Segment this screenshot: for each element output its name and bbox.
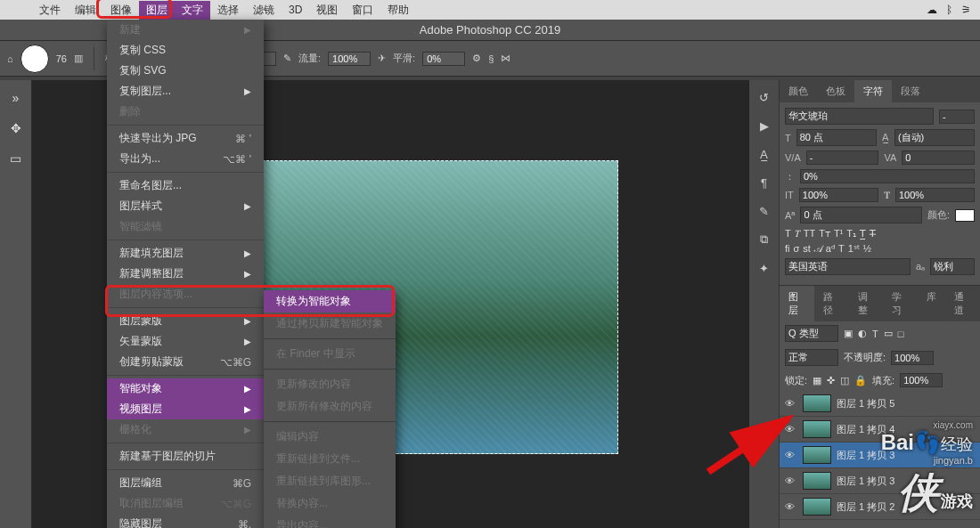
butterfly-icon[interactable]: ⋈: [501, 53, 510, 64]
menu-layer[interactable]: 图层: [139, 1, 175, 20]
menuitem-视频图层[interactable]: 视频图层▶: [107, 399, 264, 419]
lock-position-icon[interactable]: ✜: [827, 375, 835, 386]
menuitem-复制图层...[interactable]: 复制图层...▶: [107, 81, 264, 102]
visibility-icon[interactable]: 👁: [785, 501, 797, 512]
menu-filter[interactable]: 滤镜: [246, 1, 282, 20]
clone-panel-icon[interactable]: ⧉: [755, 230, 774, 249]
lock-all-icon[interactable]: 🔒: [854, 375, 867, 386]
menuitem-重命名图层...[interactable]: 重命名图层...: [107, 175, 264, 196]
blend-mode-layers[interactable]: 正常: [785, 349, 838, 366]
font-style-select[interactable]: -: [939, 110, 975, 124]
para-panel-icon[interactable]: ¶: [755, 173, 774, 192]
menuitem-隐藏图层[interactable]: 隐藏图层⌘,: [107, 514, 264, 528]
airbrush-icon[interactable]: ✈: [378, 53, 386, 64]
tab-character[interactable]: 字符: [854, 80, 892, 102]
smooth-select[interactable]: 0%: [422, 52, 465, 66]
history-icon[interactable]: ↺: [755, 87, 774, 107]
menuitem-智能对象[interactable]: 智能对象▶: [107, 378, 264, 399]
submenuitem-转换为智能对象[interactable]: 转换为智能对象: [264, 290, 396, 313]
menu-view[interactable]: 视图: [309, 1, 345, 20]
menuitem-新建填充图层[interactable]: 新建填充图层▶: [107, 243, 264, 264]
settings-icon[interactable]: ✦: [755, 258, 774, 278]
baseline-input[interactable]: 0 点: [800, 207, 922, 223]
menuitem-复制 SVG[interactable]: 复制 SVG: [107, 61, 264, 81]
menuitem-图层样式[interactable]: 图层样式▶: [107, 196, 264, 216]
menu-image[interactable]: 图像: [103, 1, 139, 20]
type-color-swatch[interactable]: [955, 209, 975, 222]
flow-select[interactable]: 100%: [328, 52, 371, 66]
menuitem-创建剪贴蒙版[interactable]: 创建剪贴蒙版⌥⌘G: [107, 352, 264, 372]
layer-thumbnail[interactable]: [803, 420, 831, 438]
menuitem-矢量蒙版[interactable]: 矢量蒙版▶: [107, 331, 264, 352]
bold-icon[interactable]: T: [785, 228, 791, 240]
subscript-icon[interactable]: T₁: [846, 228, 856, 240]
layer-thumbnail[interactable]: [803, 498, 831, 516]
visibility-icon[interactable]: 👁: [785, 398, 797, 409]
layer-thumbnail[interactable]: [803, 394, 831, 412]
kerning-input[interactable]: -: [806, 150, 879, 165]
menu-help[interactable]: 帮助: [380, 1, 416, 20]
hscale-input[interactable]: 100%: [895, 188, 975, 202]
smallcaps-icon[interactable]: Tᴛ: [819, 228, 830, 240]
lock-artboard-icon[interactable]: ◫: [840, 375, 849, 386]
symmetry-icon[interactable]: §: [488, 53, 494, 64]
font-size-input[interactable]: 80 点: [796, 129, 877, 146]
menuitem-图层编组[interactable]: 图层编组⌘G: [107, 473, 264, 493]
play-icon[interactable]: ▶: [755, 116, 774, 135]
tsume-input[interactable]: 0%: [800, 169, 975, 183]
language-select[interactable]: 美国英语: [785, 258, 911, 275]
tab-library[interactable]: 库: [918, 286, 945, 321]
allcaps-icon[interactable]: TT: [804, 228, 815, 240]
lock-pixels-icon[interactable]: ▦: [813, 375, 821, 386]
tab-paragraph[interactable]: 段落: [892, 80, 929, 102]
menuitem-复制 CSS[interactable]: 复制 CSS: [107, 40, 264, 61]
menuitem-新建调整图层[interactable]: 新建调整图层▶: [107, 264, 264, 284]
menu-type[interactable]: 文字: [175, 1, 210, 20]
brush-size[interactable]: 76: [56, 53, 67, 64]
filter-type-icon[interactable]: T: [872, 329, 878, 339]
arrow-tool-icon[interactable]: »: [4, 85, 29, 110]
tab-learn[interactable]: 学习: [883, 286, 918, 321]
pressure-opacity-icon[interactable]: ✎: [283, 53, 291, 64]
superscript-icon[interactable]: T¹: [834, 228, 843, 240]
tracking-input[interactable]: 0: [902, 150, 975, 165]
filter-smart-icon[interactable]: □: [898, 329, 904, 339]
filter-adjust-icon[interactable]: ◐: [858, 328, 867, 339]
fill-input[interactable]: 100%: [900, 373, 943, 387]
filter-shape-icon[interactable]: ▭: [884, 328, 893, 339]
menuitem-图层蒙版[interactable]: 图层蒙版▶: [107, 311, 264, 331]
home-icon[interactable]: ⌂: [7, 53, 13, 64]
menu-file[interactable]: 文件: [32, 1, 68, 20]
menuitem-导出为...[interactable]: 导出为...⌥⌘ ': [107, 149, 264, 169]
marquee-tool-icon[interactable]: ▭: [4, 146, 29, 171]
menu-edit[interactable]: 编辑: [68, 1, 103, 20]
tab-swatch[interactable]: 色板: [817, 80, 854, 102]
underline-icon[interactable]: T̲: [860, 228, 866, 240]
layer-filter-kind[interactable]: Q 类型: [785, 325, 838, 342]
antialias-select[interactable]: 锐利: [930, 258, 975, 275]
tab-adjust[interactable]: 调整: [849, 286, 884, 321]
tab-paths[interactable]: 路径: [814, 286, 849, 321]
layer-row[interactable]: 👁图层 1 拷贝 5: [780, 391, 980, 417]
strike-icon[interactable]: T̶: [870, 228, 876, 240]
menu-3d[interactable]: 3D: [282, 2, 309, 18]
menuitem-新建基于图层的切片[interactable]: 新建基于图层的切片: [107, 446, 264, 467]
vscale-input[interactable]: 100%: [799, 188, 878, 202]
tab-layers[interactable]: 图层: [780, 286, 814, 321]
menu-window[interactable]: 窗口: [345, 1, 380, 20]
layer-thumbnail[interactable]: [803, 446, 831, 464]
brush-panel-icon[interactable]: ✎: [755, 201, 774, 221]
tab-color[interactable]: 颜色: [780, 80, 817, 102]
layer-opacity-input[interactable]: 100%: [891, 351, 934, 365]
tab-channels[interactable]: 通道: [945, 286, 980, 321]
brush-settings-icon[interactable]: ▥: [74, 53, 83, 64]
filter-image-icon[interactable]: ▣: [844, 328, 853, 339]
brush-preview[interactable]: [20, 45, 49, 73]
layer-thumbnail[interactable]: [803, 472, 831, 490]
italic-icon[interactable]: 𝑇: [795, 228, 800, 240]
gear-icon[interactable]: ⚙: [472, 53, 481, 64]
menu-select[interactable]: 选择: [210, 1, 246, 20]
move-tool-icon[interactable]: ✥: [4, 116, 29, 141]
char-panel-icon[interactable]: A̲: [755, 144, 774, 164]
leading-input[interactable]: (自动): [894, 129, 975, 146]
